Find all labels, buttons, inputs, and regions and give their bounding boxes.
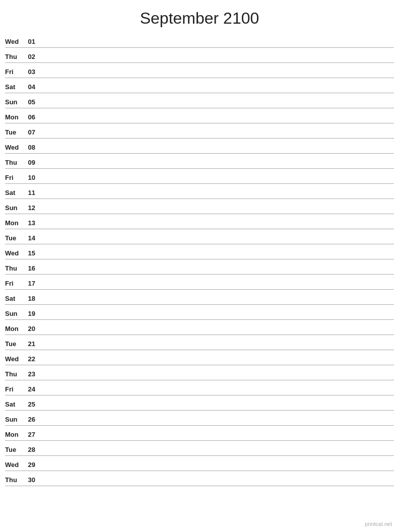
day-line bbox=[38, 196, 394, 196]
day-name: Sun bbox=[5, 204, 24, 212]
day-row: Wed22 bbox=[5, 350, 394, 365]
day-number: 08 bbox=[24, 144, 38, 151]
day-row: Tue14 bbox=[5, 229, 394, 244]
day-number: 27 bbox=[24, 431, 38, 438]
day-line bbox=[38, 438, 394, 438]
day-name: Sat bbox=[5, 295, 24, 302]
day-line bbox=[38, 453, 394, 453]
day-row: Fri17 bbox=[5, 275, 394, 290]
day-number: 10 bbox=[24, 174, 38, 181]
day-row: Thu23 bbox=[5, 365, 394, 380]
day-number: 30 bbox=[24, 476, 38, 484]
day-line bbox=[38, 468, 394, 469]
day-row: Tue21 bbox=[5, 335, 394, 350]
day-number: 22 bbox=[24, 355, 38, 363]
watermark: printcal.net bbox=[365, 521, 392, 527]
day-number: 28 bbox=[24, 446, 38, 453]
day-name: Fri bbox=[5, 280, 24, 287]
day-line bbox=[38, 483, 394, 484]
day-line bbox=[38, 287, 394, 287]
day-number: 12 bbox=[24, 204, 38, 212]
day-row: Thu16 bbox=[5, 259, 394, 275]
day-row: Sun05 bbox=[5, 93, 394, 108]
day-number: 20 bbox=[24, 325, 38, 332]
day-line bbox=[38, 272, 394, 272]
day-row: Fri03 bbox=[5, 63, 394, 78]
day-row: Sun19 bbox=[5, 305, 394, 320]
day-name: Mon bbox=[5, 431, 24, 438]
day-number: 15 bbox=[24, 249, 38, 257]
day-line bbox=[38, 362, 394, 363]
day-name: Thu bbox=[5, 264, 24, 272]
day-line bbox=[38, 256, 394, 257]
day-line bbox=[38, 302, 394, 302]
day-name: Tue bbox=[5, 234, 24, 242]
day-number: 18 bbox=[24, 295, 38, 302]
day-number: 25 bbox=[24, 401, 38, 408]
day-number: 29 bbox=[24, 461, 38, 469]
day-line bbox=[38, 120, 394, 121]
day-line bbox=[38, 90, 394, 91]
day-line bbox=[38, 211, 394, 212]
day-line bbox=[38, 166, 394, 166]
day-name: Wed bbox=[5, 144, 24, 151]
day-name: Thu bbox=[5, 159, 24, 166]
day-number: 17 bbox=[24, 280, 38, 287]
day-number: 21 bbox=[24, 340, 38, 348]
day-row: Wed08 bbox=[5, 139, 394, 154]
day-name: Wed bbox=[5, 461, 24, 469]
day-row: Sat11 bbox=[5, 184, 394, 199]
day-number: 26 bbox=[24, 416, 38, 423]
day-row: Wed15 bbox=[5, 244, 394, 259]
day-name: Mon bbox=[5, 113, 24, 121]
day-line bbox=[38, 332, 394, 332]
day-line bbox=[38, 241, 394, 242]
day-number: 04 bbox=[24, 83, 38, 91]
day-name: Fri bbox=[5, 385, 24, 393]
day-number: 07 bbox=[24, 128, 38, 136]
day-name: Tue bbox=[5, 340, 24, 348]
day-line bbox=[38, 226, 394, 227]
day-line bbox=[38, 136, 394, 136]
day-row: Sun26 bbox=[5, 411, 394, 426]
day-row: Fri10 bbox=[5, 169, 394, 184]
page-title: September 2100 bbox=[0, 0, 399, 33]
day-row: Fri24 bbox=[5, 380, 394, 395]
day-line bbox=[38, 60, 394, 60]
day-name: Sat bbox=[5, 189, 24, 196]
day-number: 05 bbox=[24, 98, 38, 106]
day-line bbox=[38, 423, 394, 423]
day-row: Thu02 bbox=[5, 48, 394, 63]
day-line bbox=[38, 317, 394, 317]
day-row: Mon27 bbox=[5, 426, 394, 441]
day-line bbox=[38, 181, 394, 181]
day-number: 09 bbox=[24, 159, 38, 166]
day-name: Wed bbox=[5, 355, 24, 363]
day-name: Sun bbox=[5, 98, 24, 106]
day-line bbox=[38, 151, 394, 151]
day-row: Thu09 bbox=[5, 154, 394, 169]
day-row: Sat25 bbox=[5, 395, 394, 411]
day-row: Mon13 bbox=[5, 214, 394, 229]
day-row: Sat04 bbox=[5, 78, 394, 93]
calendar-container: Wed01Thu02Fri03Sat04Sun05Mon06Tue07Wed08… bbox=[0, 33, 399, 486]
day-line bbox=[38, 392, 394, 393]
day-number: 02 bbox=[24, 53, 38, 60]
day-name: Sat bbox=[5, 401, 24, 408]
day-number: 24 bbox=[24, 385, 38, 393]
day-line bbox=[38, 105, 394, 106]
day-row: Tue07 bbox=[5, 123, 394, 139]
day-number: 11 bbox=[24, 189, 38, 196]
day-name: Mon bbox=[5, 219, 24, 227]
day-number: 14 bbox=[24, 234, 38, 242]
day-line bbox=[38, 75, 394, 76]
day-row: Tue28 bbox=[5, 441, 394, 456]
day-line bbox=[38, 408, 394, 408]
day-number: 03 bbox=[24, 68, 38, 76]
day-line bbox=[38, 377, 394, 378]
day-name: Thu bbox=[5, 476, 24, 484]
day-number: 23 bbox=[24, 370, 38, 378]
day-row: Wed01 bbox=[5, 33, 394, 48]
day-name: Thu bbox=[5, 53, 24, 60]
day-row: Sat18 bbox=[5, 290, 394, 305]
